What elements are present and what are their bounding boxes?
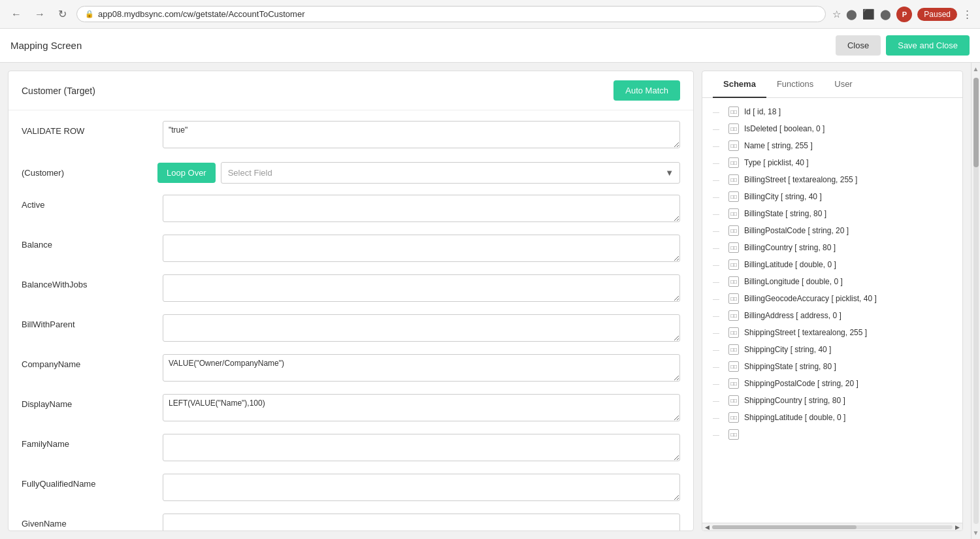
billwithparent-textarea[interactable] [163, 314, 680, 342]
mapping-rows: VALIDATE ROW "true" (Customer) Loop Over… [8, 110, 693, 531]
active-textarea[interactable] [163, 195, 680, 222]
extension-btn-2[interactable]: ⬛ [862, 8, 875, 20]
list-item[interactable]: — □□ ShippingState [ string, 80 ] [702, 358, 962, 375]
field-input-balancewithjobs [163, 274, 680, 304]
list-item[interactable]: — □□ ShippingStreet [ textarealong, 255 … [702, 324, 962, 341]
balancewithjobs-textarea[interactable] [163, 274, 680, 302]
list-item[interactable]: — □□ ShippingPostalCode [ string, 20 ] [702, 375, 962, 392]
field-type-icon: □□ [728, 395, 739, 406]
close-button[interactable]: Close [836, 35, 881, 56]
list-item[interactable]: — □□ IsDeleted [ boolean, 0 ] [702, 120, 962, 137]
list-item[interactable]: — □□ BillingGeocodeAccuracy [ picklist, … [702, 290, 962, 307]
table-row: DisplayName LEFT(VALUE("Name"),100) [8, 389, 693, 429]
save-close-button[interactable]: Save and Close [886, 35, 970, 56]
list-item[interactable]: — □□ ShippingLatitude [ double, 0 ] [702, 409, 962, 426]
tab-schema[interactable]: Schema [713, 71, 766, 98]
scroll-down-button[interactable]: ▼ [970, 527, 980, 539]
back-button[interactable]: ← [8, 7, 25, 22]
connector-icon: — [713, 125, 723, 133]
schema-item-label: BillingAddress [ address, 0 ] [744, 311, 841, 320]
list-item[interactable]: — □□ Type [ picklist, 40 ] [702, 154, 962, 171]
select-field-wrapper: Select Field ▼ [221, 162, 680, 184]
field-type-icon: □□ [728, 208, 739, 219]
schema-item-label: ShippingState [ string, 80 ] [744, 362, 836, 371]
connector-icon: — [713, 193, 723, 201]
list-item[interactable]: — □□ BillingState [ string, 80 ] [702, 205, 962, 222]
fqn-textarea[interactable] [163, 474, 680, 501]
companyname-textarea[interactable]: VALUE("Owner/CompanyName") [163, 354, 680, 382]
connector-icon: — [713, 397, 723, 404]
scroll-right-button[interactable]: ▶ [955, 524, 960, 531]
validate-row-textarea[interactable]: "true" [163, 121, 680, 148]
connector-icon: — [713, 329, 723, 336]
list-item[interactable]: — □□ Id [ id, 18 ] [702, 103, 962, 120]
field-label-companyname: CompanyName [22, 354, 152, 369]
customer-loop-row: (Customer) Loop Over Select Field ▼ [8, 155, 693, 189]
field-type-icon: □□ [728, 259, 739, 270]
list-item[interactable]: — □□ BillingCountry [ string, 80 ] [702, 239, 962, 256]
extension-btn-3[interactable]: ⬤ [880, 8, 891, 20]
reload-button[interactable]: ↻ [55, 7, 70, 22]
displayname-textarea[interactable]: LEFT(VALUE("Name"),100) [163, 394, 680, 421]
url-text: app08.mydbsync.com/cw/getstate/AccountTo… [98, 9, 304, 19]
field-input-companyname: VALUE("Owner/CompanyName") [163, 354, 680, 384]
field-type-icon: □□ [728, 140, 739, 151]
schema-item-label: BillingCountry [ string, 80 ] [744, 243, 836, 252]
givenname-textarea[interactable] [163, 514, 680, 531]
list-item[interactable]: — □□ BillingCity [ string, 40 ] [702, 188, 962, 205]
list-item[interactable]: — □□ BillingLongitude [ double, 0 ] [702, 273, 962, 290]
field-label-balance: Balance [22, 235, 152, 250]
schema-item-label: BillingLatitude [ double, 0 ] [744, 260, 836, 269]
list-item[interactable]: — □□ BillingPostalCode [ string, 20 ] [702, 222, 962, 239]
connector-icon: — [713, 431, 723, 438]
extension-btn-1[interactable]: ⬤ [846, 8, 857, 20]
field-type-icon: □□ [728, 157, 739, 168]
list-item[interactable]: — □□ ShippingCity [ string, 40 ] [702, 341, 962, 358]
table-row: FullyQualifiedName [8, 468, 693, 508]
field-input-validate-row: "true" [163, 121, 680, 150]
address-bar[interactable]: 🔒 app08.mydbsync.com/cw/getstate/Account… [76, 6, 826, 22]
field-type-icon: □□ [728, 412, 739, 423]
scroll-up-button[interactable]: ▲ [970, 63, 980, 75]
profile-badge[interactable]: P [896, 7, 912, 22]
field-type-icon: □□ [728, 225, 739, 236]
field-type-icon: □□ [728, 276, 739, 287]
list-item[interactable]: — □□ Name [ string, 255 ] [702, 137, 962, 154]
field-label-givenname: GivenName [22, 514, 152, 529]
bookmark-button[interactable]: ☆ [832, 8, 841, 20]
connector-icon: — [713, 346, 723, 353]
scrollbar-track [973, 78, 979, 524]
forward-button[interactable]: → [31, 7, 48, 22]
field-type-icon: □□ [728, 327, 739, 338]
table-row: CompanyName VALUE("Owner/CompanyName") [8, 349, 693, 389]
connector-icon: — [713, 295, 723, 302]
schema-item-label: ShippingCountry [ string, 80 ] [744, 396, 845, 405]
right-panel: Schema Functions User — □□ Id [ id, 18 ]… [702, 71, 963, 531]
field-input-balance [163, 235, 680, 264]
auto-match-button[interactable]: Auto Match [613, 80, 680, 101]
table-row: VALIDATE ROW "true" [8, 116, 693, 155]
list-item[interactable]: — □□ BillingStreet [ textarealong, 255 ] [702, 171, 962, 188]
left-panel: Customer (Target) Auto Match VALIDATE RO… [8, 71, 694, 531]
scroll-left-button[interactable]: ◀ [705, 524, 710, 531]
schema-item-label: Id [ id, 18 ] [744, 107, 781, 116]
balance-textarea[interactable] [163, 235, 680, 262]
field-input-displayname: LEFT(VALUE("Name"),100) [163, 394, 680, 423]
list-item[interactable]: — □□ ShippingCountry [ string, 80 ] [702, 392, 962, 409]
select-field-dropdown[interactable]: Select Field [221, 162, 680, 184]
familyname-textarea[interactable] [163, 434, 680, 461]
header-buttons: Close Save and Close [836, 35, 970, 56]
page-scrollbar[interactable]: ▲ ▼ [971, 63, 980, 539]
connector-icon: — [713, 261, 723, 269]
loop-over-button[interactable]: Loop Over [157, 163, 216, 183]
list-item[interactable]: — □□ [702, 426, 962, 443]
table-row: Balance [8, 229, 693, 269]
tab-user[interactable]: User [824, 71, 862, 98]
list-item[interactable]: — □□ BillingAddress [ address, 0 ] [702, 307, 962, 324]
connector-icon: — [713, 363, 723, 370]
tab-functions[interactable]: Functions [766, 71, 824, 98]
schema-horizontal-scrollbar[interactable]: ◀ ▶ [702, 523, 962, 531]
list-item[interactable]: — □□ BillingLatitude [ double, 0 ] [702, 256, 962, 273]
menu-button[interactable]: ⋮ [962, 8, 972, 20]
connector-icon: — [713, 108, 723, 116]
